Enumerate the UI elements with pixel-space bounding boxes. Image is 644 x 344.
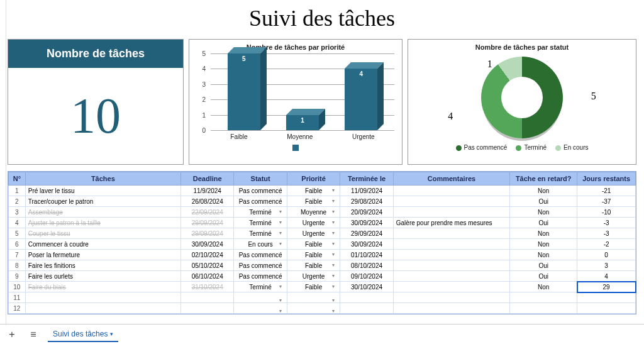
cell-task[interactable]: Ajuster le patron à la taille — [25, 218, 180, 228]
cell-deadline[interactable]: 06/10/2024 — [180, 271, 233, 282]
cell-task[interactable]: Faire du biais — [25, 282, 180, 292]
cell-priority[interactable]: Faible — [287, 250, 340, 260]
cell-task[interactable]: Pré laver le tissu — [25, 186, 180, 196]
col-header-n[interactable]: N° — [9, 172, 26, 186]
cell-n[interactable]: 12 — [9, 303, 26, 314]
cell-remaining[interactable]: 0 — [577, 250, 636, 260]
cell-remaining[interactable]: -2 — [577, 239, 636, 250]
cell-task[interactable]: Tracer/couper le patron — [25, 196, 180, 207]
cell-comments[interactable] — [393, 303, 509, 314]
cell-comments[interactable]: Galère pour prendre mes mesures — [393, 218, 509, 228]
cell-n[interactable]: 1 — [9, 186, 26, 196]
cell-status[interactable]: Pas commencé — [234, 250, 287, 260]
col-header-deadline[interactable]: Deadline — [180, 172, 233, 186]
cell-priority[interactable]: Moyenne — [287, 207, 340, 218]
table-row[interactable]: 2Tracer/couper le patron26/08/2024Pas co… — [9, 196, 636, 207]
cell-status[interactable]: Terminé — [234, 218, 287, 228]
cell-deadline[interactable]: 30/09/2024 — [180, 239, 233, 250]
cell-task[interactable] — [25, 292, 180, 303]
table-row[interactable]: 7Poser la fermeture02/10/2024Pas commenc… — [9, 250, 636, 260]
cell-priority[interactable]: Faible — [287, 186, 340, 196]
cell-finished[interactable]: 08/10/2024 — [340, 260, 393, 271]
cell-priority[interactable]: Faible — [287, 282, 340, 292]
cell-task[interactable]: Faire les ourlets — [25, 271, 180, 282]
cell-late[interactable]: Non — [510, 186, 577, 196]
table-row[interactable]: 4Ajuster le patron à la taille29/09/2024… — [9, 218, 636, 228]
cell-n[interactable]: 10 — [9, 282, 26, 292]
cell-late[interactable]: Non — [510, 282, 577, 292]
col-header-priority[interactable]: Priorité — [287, 172, 340, 186]
cell-comments[interactable] — [393, 250, 509, 260]
cell-deadline[interactable]: 29/09/2024 — [180, 218, 233, 228]
cell-remaining[interactable]: -3 — [577, 228, 636, 239]
cell-remaining[interactable]: -37 — [577, 196, 636, 207]
cell-late[interactable]: Oui — [510, 260, 577, 271]
cell-deadline[interactable]: 22/09/2024 — [180, 207, 233, 218]
cell-n[interactable]: 9 — [9, 271, 26, 282]
cell-deadline[interactable]: 02/10/2024 — [180, 250, 233, 260]
cell-comments[interactable] — [393, 260, 509, 271]
cell-task[interactable]: Couper le tissu — [25, 228, 180, 239]
cell-finished[interactable]: 30/09/2024 — [340, 218, 393, 228]
cell-status[interactable] — [234, 292, 287, 303]
cell-late[interactable]: Oui — [510, 271, 577, 282]
cell-finished[interactable]: 30/10/2024 — [340, 282, 393, 292]
cell-status[interactable]: Terminé — [234, 282, 287, 292]
cell-status[interactable]: Pas commencé — [234, 271, 287, 282]
table-row[interactable]: 12 — [9, 303, 636, 314]
cell-priority[interactable]: Faible — [287, 239, 340, 250]
cell-n[interactable]: 3 — [9, 207, 26, 218]
col-header-status[interactable]: Statut — [234, 172, 287, 186]
cell-priority[interactable]: Urgente — [287, 228, 340, 239]
cell-remaining[interactable]: -3 — [577, 218, 636, 228]
cell-late[interactable]: Non — [510, 239, 577, 250]
cell-finished[interactable]: 11/09/2024 — [340, 186, 393, 196]
cell-deadline[interactable] — [180, 292, 233, 303]
cell-n[interactable]: 6 — [9, 239, 26, 250]
cell-task[interactable]: Assemblage — [25, 207, 180, 218]
cell-finished[interactable]: 20/09/2024 — [340, 207, 393, 218]
cell-task[interactable]: Faire les finitions — [25, 260, 180, 271]
cell-priority[interactable] — [287, 292, 340, 303]
cell-n[interactable]: 5 — [9, 228, 26, 239]
all-sheets-button[interactable]: ≡ — [26, 328, 40, 341]
cell-status[interactable]: Terminé — [234, 207, 287, 218]
cell-finished[interactable] — [340, 292, 393, 303]
cell-late[interactable]: Oui — [510, 218, 577, 228]
cell-n[interactable]: 8 — [9, 260, 26, 271]
col-header-late[interactable]: Tâche en retard? — [510, 172, 577, 186]
cell-deadline[interactable]: 29/09/2024 — [180, 228, 233, 239]
cell-comments[interactable] — [393, 282, 509, 292]
table-row[interactable]: 6Commencer à coudre30/09/2024En coursFai… — [9, 239, 636, 250]
cell-comments[interactable] — [393, 207, 509, 218]
add-sheet-button[interactable]: + — [5, 328, 19, 341]
cell-late[interactable] — [510, 303, 577, 314]
cell-deadline[interactable]: 05/10/2024 — [180, 260, 233, 271]
cell-finished[interactable] — [340, 303, 393, 314]
col-header-comments[interactable]: Commentaires — [393, 172, 509, 186]
table-row[interactable]: 10Faire du biais31/10/2024TerminéFaible3… — [9, 282, 636, 292]
cell-comments[interactable] — [393, 196, 509, 207]
donut-chart-card[interactable]: Nombre de tâches par statut 5 4 1 Pas co… — [408, 39, 636, 165]
cell-remaining[interactable]: 4 — [577, 271, 636, 282]
cell-finished[interactable]: 01/10/2024 — [340, 250, 393, 260]
cell-remaining[interactable] — [577, 292, 636, 303]
cell-remaining[interactable]: -21 — [577, 186, 636, 196]
cell-status[interactable]: En cours — [234, 239, 287, 250]
cell-late[interactable]: Non — [510, 250, 577, 260]
cell-task[interactable]: Poser la fermeture — [25, 250, 180, 260]
table-row[interactable]: 8Faire les finitions05/10/2024Pas commen… — [9, 260, 636, 271]
table-row[interactable]: 5Couper le tissu29/09/2024TerminéUrgente… — [9, 228, 636, 239]
cell-status[interactable]: Terminé — [234, 228, 287, 239]
cell-comments[interactable] — [393, 239, 509, 250]
cell-deadline[interactable]: 31/10/2024 — [180, 282, 233, 292]
cell-task[interactable]: Commencer à coudre — [25, 239, 180, 250]
col-header-remaining[interactable]: Jours restants — [577, 172, 636, 186]
cell-comments[interactable] — [393, 186, 509, 196]
cell-deadline[interactable]: 11/9/2024 — [180, 186, 233, 196]
cell-deadline[interactable] — [180, 303, 233, 314]
table-row[interactable]: 3Assemblage22/09/2024TerminéMoyenne20/09… — [9, 207, 636, 218]
cell-late[interactable] — [510, 292, 577, 303]
cell-remaining[interactable]: 3 — [577, 260, 636, 271]
cell-late[interactable]: Non — [510, 207, 577, 218]
